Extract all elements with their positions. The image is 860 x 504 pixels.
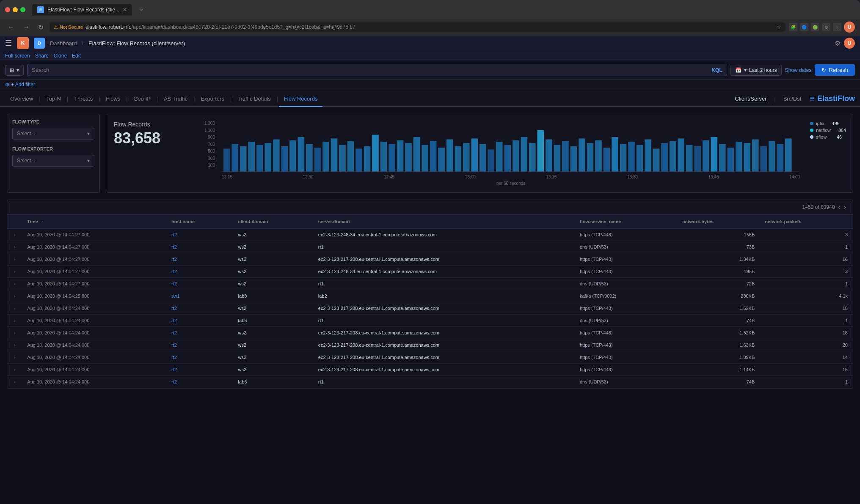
table-row: › Aug 10, 2020 @ 14:04:24.000 rt2 ws2 ec…	[7, 364, 853, 376]
clone-button[interactable]: Clone	[54, 53, 67, 59]
settings-icon-button[interactable]: ⚙	[835, 38, 841, 49]
expand-row-button[interactable]: ›	[12, 318, 17, 323]
hamburger-menu-button[interactable]: ☰	[5, 38, 12, 48]
svg-rect-45	[595, 140, 602, 172]
tab-threats[interactable]: Threats	[69, 91, 98, 107]
service-cell: https (TCP/443)	[575, 327, 677, 339]
svg-rect-67	[777, 144, 783, 172]
service-cell: https (TCP/443)	[575, 364, 677, 376]
expand-row-button[interactable]: ›	[12, 294, 17, 299]
table-row: › Aug 10, 2020 @ 14:04:25.800 sw1 lab8 l…	[7, 290, 853, 302]
pagination-next-button[interactable]: ›	[844, 203, 846, 211]
add-filter-button[interactable]: ⊕ + Add filter	[5, 82, 35, 88]
full-screen-button[interactable]: Full screen	[5, 53, 30, 59]
expand-row-button[interactable]: ›	[12, 282, 17, 286]
pagination-prev-button[interactable]: ‹	[838, 203, 840, 211]
expand-row-button[interactable]: ›	[12, 245, 17, 249]
flow-records-label: Flow Records	[114, 121, 190, 128]
server-domain-cell: ec2-3-123-217-208.eu-central-1.compute.a…	[313, 339, 575, 351]
kibana-toolbar: ☰ K D Dashboard / ElastiFlow: Flow Recor…	[0, 36, 860, 51]
service-cell: dns (UDP/53)	[575, 241, 677, 253]
browser-tab[interactable]: E ElastiFlow: Flow Records (clie... ✕	[32, 4, 132, 16]
time-cell: Aug 10, 2020 @ 14:04:24.000	[22, 302, 166, 315]
svg-rect-33	[496, 142, 503, 172]
refresh-label: Refresh	[829, 67, 848, 73]
ext-icon-1[interactable]: 🧩	[789, 23, 797, 31]
time-col-header[interactable]: Time ↑	[22, 215, 166, 229]
flow-exporter-select[interactable]: Select... ▾	[12, 155, 94, 167]
expand-row-button[interactable]: ›	[12, 331, 17, 335]
table-container: 1–50 of 83940 ‹ › Time ↑ host.name clien…	[7, 200, 853, 389]
host-cell: rt2	[166, 339, 233, 351]
tab-flow-records[interactable]: Flow Records	[279, 91, 322, 107]
filter-type-button[interactable]: ⊞ ▾	[5, 65, 24, 76]
minimize-dot[interactable]	[13, 7, 18, 12]
top-panel: Flow Type Select... ▾ Flow Exporter Sele…	[7, 114, 853, 193]
packets-col-header: network.packets	[760, 215, 853, 229]
svg-rect-25	[430, 141, 437, 172]
ipfix-label: ipfix	[816, 121, 824, 126]
tab-close-button[interactable]: ✕	[123, 7, 127, 13]
expand-row-button[interactable]: ›	[12, 367, 17, 372]
client-domain-cell: ws2	[233, 351, 313, 364]
nav-src-dst[interactable]: Src/Dst	[783, 96, 802, 102]
ext-icon-4[interactable]: ⚙	[822, 23, 830, 31]
tab-flows[interactable]: Flows	[101, 91, 125, 107]
svg-rect-57	[694, 146, 701, 172]
time-cell: Aug 10, 2020 @ 14:04:25.800	[22, 290, 166, 302]
expand-row-button[interactable]: ›	[12, 257, 17, 262]
new-tab-button[interactable]: +	[135, 3, 147, 16]
server-domain-cell: rt1	[313, 315, 575, 327]
expand-row-button[interactable]: ›	[12, 306, 17, 311]
search-input[interactable]	[32, 67, 708, 73]
time-chevron-icon: ▾	[744, 67, 747, 73]
tab-traffic-details[interactable]: Traffic Details	[232, 91, 276, 107]
service-cell: kafka (TCP/9092)	[575, 290, 677, 302]
tab-overview[interactable]: Overview	[5, 91, 38, 107]
user-avatar[interactable]: U	[844, 22, 855, 33]
bookmark-icon[interactable]: ☆	[777, 24, 781, 30]
ext-icon-2[interactable]: 🔵	[800, 23, 808, 31]
svg-rect-68	[785, 138, 792, 172]
close-dot[interactable]	[5, 7, 10, 12]
back-button[interactable]: ←	[5, 22, 17, 32]
svg-rect-13	[331, 138, 338, 172]
elastiflow-icon: ≡	[810, 94, 815, 104]
ext-icon-5[interactable]: ⋮	[833, 23, 841, 31]
chart-wrapper: 12:1512:3012:4513:0013:1513:3013:4514:00…	[222, 121, 800, 186]
kibana-home-button[interactable]: D	[34, 38, 45, 49]
reload-button[interactable]: ↻	[36, 22, 46, 32]
tab-geo-ip[interactable]: Geo IP	[128, 91, 155, 107]
forward-button[interactable]: →	[20, 22, 32, 32]
address-box[interactable]: ⚠ Not Secure elastiflow.irobert.info/app…	[50, 22, 786, 32]
refresh-button[interactable]: ↻ Refresh	[815, 64, 855, 76]
time-picker[interactable]: 📅 ▾ Last 2 hours	[730, 65, 782, 76]
svg-rect-52	[653, 148, 660, 172]
ext-icon-3[interactable]: 🟢	[811, 23, 819, 31]
expand-row-button[interactable]: ›	[12, 269, 17, 274]
share-button[interactable]: Share	[35, 53, 49, 59]
tab-top-n[interactable]: Top-N	[41, 91, 66, 107]
time-cell: Aug 10, 2020 @ 14:04:24.000	[22, 351, 166, 364]
search-box[interactable]: KQL	[27, 64, 727, 76]
flow-type-select[interactable]: Select... ▾	[12, 128, 94, 140]
svg-rect-59	[711, 137, 717, 172]
kql-badge: KQL	[711, 67, 722, 73]
tab-as-traffic[interactable]: AS Traffic	[159, 91, 193, 107]
host-cell: sw1	[166, 290, 233, 302]
expand-row-button[interactable]: ›	[12, 343, 17, 348]
expand-row-button[interactable]: ›	[12, 233, 17, 237]
expand-row-button[interactable]: ›	[12, 380, 17, 384]
expand-row-button[interactable]: ›	[12, 355, 17, 360]
server-domain-cell: ec2-3-123-248-34.eu-central-1.compute.am…	[313, 266, 575, 278]
user-avatar-kibana[interactable]: U	[844, 38, 855, 49]
time-range-text: Last 2 hours	[749, 67, 777, 73]
svg-rect-19	[380, 142, 387, 172]
show-dates-button[interactable]: Show dates	[785, 67, 812, 73]
fullscreen-dot[interactable]	[20, 7, 25, 12]
browser-chrome: E ElastiFlow: Flow Records (clie... ✕ + …	[0, 0, 860, 36]
add-filter-bar: ⊕ + Add filter	[0, 80, 860, 91]
tab-exporters[interactable]: Exporters	[196, 91, 229, 107]
edit-button[interactable]: Edit	[72, 53, 81, 59]
nav-client-server[interactable]: Client/Server	[735, 96, 766, 102]
